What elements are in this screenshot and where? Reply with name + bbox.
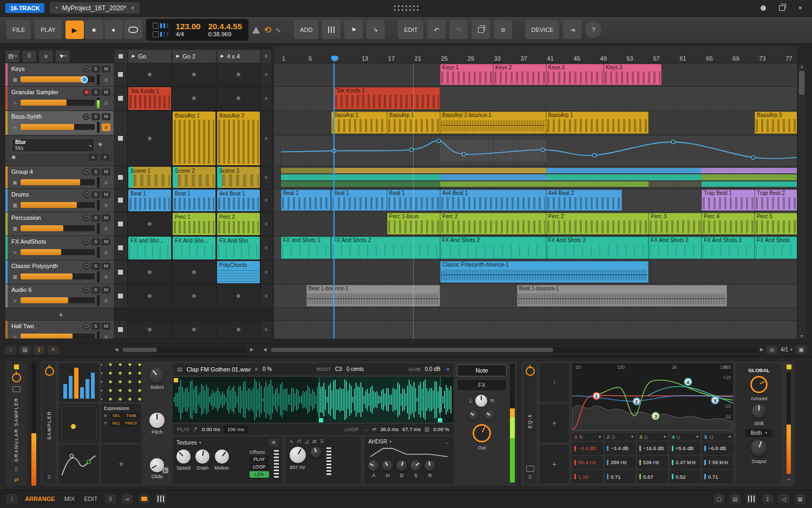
keyboard-status-icon[interactable]: ▦ xyxy=(795,494,806,504)
arranger-clip[interactable]: BassArp 1 xyxy=(546,112,649,134)
clip-slot[interactable] xyxy=(128,260,172,284)
offset-len[interactable]: LEN xyxy=(250,471,269,478)
view-edit[interactable]: EDIT xyxy=(82,494,99,503)
track-header[interactable]: FX AndShots S M ∿ ≡ xyxy=(5,236,114,260)
track-header-partial[interactable]: Hall Two S M ∿ ≡ xyxy=(5,321,114,339)
arranger-scroll-right-icon[interactable]: ▶ xyxy=(760,347,763,352)
expression-pres[interactable]: PRES xyxy=(123,420,139,426)
launcher-clip[interactable]: Beat 1 xyxy=(173,190,215,211)
zoom-settings-icon[interactable]: ◎ xyxy=(767,346,777,354)
slot-options-icon[interactable]: ≡ xyxy=(261,63,272,86)
clip-slot[interactable]: BassArp 1 xyxy=(172,111,217,166)
automation-point[interactable] xyxy=(593,153,596,157)
volume-fader[interactable] xyxy=(21,334,95,339)
scene-4x4[interactable]: ▶4 x 4 xyxy=(217,49,261,63)
arranger-clip[interactable]: FX and Shots 1 xyxy=(281,237,331,259)
automation-mod-icon[interactable]: ✱ xyxy=(11,154,16,160)
close-automation-button[interactable]: × xyxy=(101,154,109,161)
grid-resolution-select[interactable]: 4/1▾ xyxy=(781,347,793,353)
track-name[interactable]: Audio 6 xyxy=(11,286,81,293)
eq-band-header[interactable]: 5◁▾ xyxy=(702,433,733,441)
arranger-ruler[interactable]: 1591317212529333741454953576165697377 xyxy=(274,47,797,63)
track-options-icon[interactable]: ≡ xyxy=(102,123,110,131)
arranger-body[interactable]: Keys 1Keys 2Keys 3Keys 3Tek Kords 1BassA… xyxy=(274,63,797,339)
speaker-icon[interactable]: ◁ xyxy=(778,494,789,504)
arranger-clip[interactable]: BassArp 3 xyxy=(755,112,797,134)
loop-end-handle[interactable] xyxy=(438,418,442,422)
eq-drag-icon[interactable]: ⠿ xyxy=(528,474,532,480)
jump-marker-button[interactable]: ↳ xyxy=(366,21,385,39)
arranger-clip[interactable]: Beat 1 xyxy=(387,190,440,211)
track-filter-icon[interactable]: ▤▾ xyxy=(5,50,19,62)
arranger-clip[interactable]: Perc 2 xyxy=(440,213,546,235)
grain-knob[interactable] xyxy=(195,450,209,464)
select-knob[interactable] xyxy=(149,368,165,383)
vertical-scroll-thumb[interactable] xyxy=(799,71,804,95)
tempo-display[interactable]: 123.00 xyxy=(176,22,201,31)
mute-button[interactable]: M xyxy=(102,89,110,96)
add-button[interactable]: ADD xyxy=(294,21,318,39)
decay-knob[interactable] xyxy=(396,460,407,471)
scene-go[interactable]: ▶Go xyxy=(128,49,172,63)
volume-fader[interactable] xyxy=(21,202,95,208)
volume-fader[interactable] xyxy=(21,124,95,130)
eq-q-value[interactable]: 0.71 xyxy=(702,470,733,483)
project-file-icon[interactable]: ▤ xyxy=(730,494,741,504)
clip-stop-button[interactable] xyxy=(114,260,128,284)
clip-slot[interactable] xyxy=(172,284,217,308)
slot-options-icon[interactable]: ≡ xyxy=(261,260,272,284)
solo-button[interactable]: S xyxy=(91,66,100,73)
add-modulator-tile[interactable]: + xyxy=(101,445,141,483)
sampler-device-tab[interactable]: SAMPLER ⠿ xyxy=(43,363,56,484)
automation-follow-icon[interactable]: ∿ xyxy=(275,26,281,34)
track-options-icon[interactable]: ≡ xyxy=(102,76,110,83)
clip-stop-button[interactable] xyxy=(114,87,128,110)
collapse-launcher-icon[interactable]: ↧ xyxy=(34,346,44,354)
freeze-icon[interactable]: ❄ xyxy=(269,439,279,447)
record-arm-button[interactable] xyxy=(83,214,90,222)
play-start-value[interactable]: 0.00 ms xyxy=(202,426,220,432)
solo-button[interactable]: S xyxy=(91,214,100,222)
arranger-clip[interactable]: FX And Shots 3 xyxy=(702,237,755,259)
solo-button[interactable]: S xyxy=(91,263,100,270)
eq-db-value[interactable]: −6.8 dB xyxy=(702,442,733,455)
eq-graph[interactable]: 20 100 1k 10k +20 +10 -10 -20 12345 xyxy=(572,363,733,431)
clip-slot[interactable]: Perc 2 xyxy=(217,212,261,236)
arranger-clip[interactable]: Perc 1-boun xyxy=(387,213,440,235)
scene-go-2[interactable]: ▶Go 2 xyxy=(172,49,217,63)
clip-slot[interactable]: Scene 1 xyxy=(128,166,172,188)
track-name[interactable]: Drums xyxy=(11,191,81,198)
eq-band-header[interactable]: 2◇▾ xyxy=(605,433,636,441)
track-options-icon[interactable]: ≡ xyxy=(102,100,110,106)
pianoroll-button[interactable] xyxy=(322,21,340,39)
restore-window-icon[interactable] xyxy=(779,5,785,11)
eq-band-handle[interactable]: 4 xyxy=(684,378,692,386)
edit-button[interactable]: EDIT xyxy=(398,21,423,39)
automation-point[interactable] xyxy=(671,140,675,144)
saw-icon[interactable]: ◿ xyxy=(305,439,309,444)
track-color-handle[interactable] xyxy=(14,364,19,369)
sample-length-value[interactable]: 106 ms xyxy=(224,426,247,433)
track-options-icon[interactable]: ≡ xyxy=(102,202,110,209)
clip-stop-button[interactable] xyxy=(114,321,128,338)
fx-tab[interactable]: FX xyxy=(457,379,507,391)
launcher-clip[interactable]: Perc 1 xyxy=(173,213,215,235)
eq-q-value[interactable]: 0.71 xyxy=(605,470,636,483)
clip-stop-button[interactable] xyxy=(114,284,128,308)
launcher-clip[interactable]: FX and Sho... xyxy=(128,237,171,259)
mute-button[interactable]: M xyxy=(102,214,110,222)
arranger-clip[interactable]: Keys 3 xyxy=(604,64,661,85)
arranger-clip[interactable]: Perc 2 xyxy=(546,213,649,235)
routing-icon[interactable]: ⇄ xyxy=(312,439,317,444)
clip-slot[interactable]: Tek Kords 1 xyxy=(128,87,172,110)
record-arm-button[interactable] xyxy=(83,66,90,73)
solo-button[interactable]: S xyxy=(91,113,100,120)
arranger-clip[interactable]: FX And Shots xyxy=(755,237,797,259)
track-options-icon[interactable]: ≡ xyxy=(102,249,110,256)
track-name[interactable]: Hall Two xyxy=(11,323,81,329)
sort-tracks-icon[interactable]: ↕ xyxy=(5,346,16,354)
eq-add-modulator-2[interactable]: + xyxy=(540,445,569,483)
root-note-value[interactable]: C3 xyxy=(335,366,342,372)
fit-sample-icon[interactable]: ⇥ xyxy=(445,366,449,372)
arranger-clip[interactable]: Perc 3 xyxy=(649,213,702,235)
